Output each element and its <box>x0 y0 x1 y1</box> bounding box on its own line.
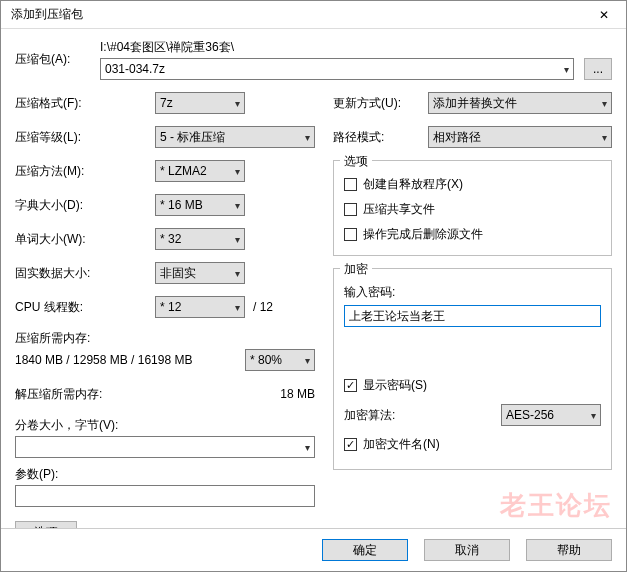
cancel-button[interactable]: 取消 <box>424 539 510 561</box>
params-label: 参数(P): <box>15 466 315 483</box>
method-label: 压缩方法(M): <box>15 163 155 180</box>
options-legend: 选项 <box>340 153 372 170</box>
format-select[interactable]: 7z▾ <box>155 92 245 114</box>
checkbox-icon <box>344 228 357 241</box>
password-input[interactable] <box>344 305 601 327</box>
dict-select[interactable]: * 16 MB▾ <box>155 194 245 216</box>
chevron-down-icon: ▾ <box>305 355 310 366</box>
pathmode-label: 路径模式: <box>333 129 428 146</box>
mem-comp-label: 压缩所需内存: <box>15 330 315 347</box>
sfx-checkbox[interactable]: 创建自释放程序(X) <box>344 176 601 193</box>
mem-decomp-label: 解压缩所需内存: <box>15 386 155 403</box>
encryption-fieldset: 加密 输入密码: 显示密码(S) 加密算法: AES-256▾ 加密文件名(N) <box>333 268 612 470</box>
browse-button[interactable]: ... <box>584 58 612 80</box>
solid-label: 固实数据大小: <box>15 265 155 282</box>
cpu-total: / 12 <box>253 300 273 314</box>
checkbox-checked-icon <box>344 438 357 451</box>
level-select[interactable]: 5 - 标准压缩▾ <box>155 126 315 148</box>
word-label: 单词大小(W): <box>15 231 155 248</box>
chevron-down-icon: ▾ <box>305 442 310 453</box>
archive-path: I:\#04套图区\禅院重36套\ <box>100 39 612 56</box>
chevron-down-icon: ▾ <box>602 98 607 109</box>
chevron-down-icon: ▾ <box>591 410 596 421</box>
mem-comp-value: 1840 MB / 12958 MB / 16198 MB <box>15 353 245 367</box>
algo-label: 加密算法: <box>344 407 501 424</box>
cpu-label: CPU 线程数: <box>15 299 155 316</box>
close-button[interactable]: ✕ <box>582 1 626 29</box>
shared-checkbox[interactable]: 压缩共享文件 <box>344 201 601 218</box>
archive-label: 压缩包(A): <box>15 51 100 68</box>
chevron-down-icon: ▾ <box>235 98 240 109</box>
split-input[interactable]: ▾ <box>15 436 315 458</box>
chevron-down-icon: ▾ <box>564 64 569 75</box>
chevron-down-icon: ▾ <box>235 302 240 313</box>
params-input[interactable] <box>15 485 315 507</box>
word-select[interactable]: * 32▾ <box>155 228 245 250</box>
help-button[interactable]: 帮助 <box>526 539 612 561</box>
checkbox-icon <box>344 203 357 216</box>
split-label: 分卷大小，字节(V): <box>15 417 315 434</box>
chevron-down-icon: ▾ <box>235 234 240 245</box>
dict-label: 字典大小(D): <box>15 197 155 214</box>
solid-select[interactable]: 非固实▾ <box>155 262 245 284</box>
password-label: 输入密码: <box>344 284 601 301</box>
close-icon: ✕ <box>599 8 609 22</box>
delete-after-checkbox[interactable]: 操作完成后删除源文件 <box>344 226 601 243</box>
algo-select[interactable]: AES-256▾ <box>501 404 601 426</box>
window-title: 添加到压缩包 <box>11 6 582 23</box>
chevron-down-icon: ▾ <box>602 132 607 143</box>
level-label: 压缩等级(L): <box>15 129 155 146</box>
update-select[interactable]: 添加并替换文件▾ <box>428 92 612 114</box>
mem-decomp-value: 18 MB <box>155 387 315 401</box>
pathmode-select[interactable]: 相对路径▾ <box>428 126 612 148</box>
encryption-legend: 加密 <box>340 261 372 278</box>
dialog-footer: 确定 取消 帮助 <box>1 528 626 571</box>
ok-button[interactable]: 确定 <box>322 539 408 561</box>
mem-pct-select[interactable]: * 80%▾ <box>245 349 315 371</box>
checkbox-icon <box>344 178 357 191</box>
checkbox-checked-icon <box>344 379 357 392</box>
update-label: 更新方式(U): <box>333 95 428 112</box>
title-bar: 添加到压缩包 ✕ <box>1 1 626 29</box>
chevron-down-icon: ▾ <box>235 200 240 211</box>
archive-filename-input[interactable]: 031-034.7z ▾ <box>100 58 574 80</box>
chevron-down-icon: ▾ <box>305 132 310 143</box>
method-select[interactable]: * LZMA2▾ <box>155 160 245 182</box>
chevron-down-icon: ▾ <box>235 166 240 177</box>
encrypt-names-checkbox[interactable]: 加密文件名(N) <box>344 436 601 453</box>
cpu-select[interactable]: * 12▾ <box>155 296 245 318</box>
show-password-checkbox[interactable]: 显示密码(S) <box>344 377 601 394</box>
format-label: 压缩格式(F): <box>15 95 155 112</box>
options-fieldset: 选项 创建自释放程序(X) 压缩共享文件 操作完成后删除源文件 <box>333 160 612 256</box>
chevron-down-icon: ▾ <box>235 268 240 279</box>
